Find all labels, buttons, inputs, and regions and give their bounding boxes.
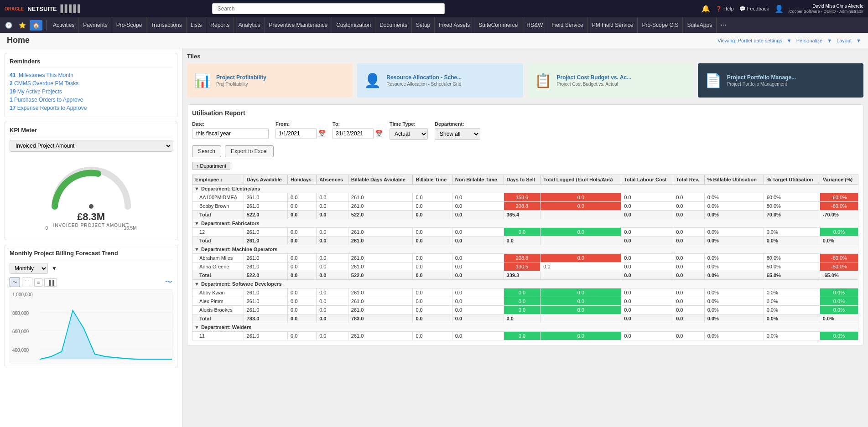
from-date-input[interactable] (275, 128, 317, 139)
reminder-item[interactable]: 41 .Milestones This Month (10, 71, 172, 79)
notifications-icon[interactable]: 🔔 (702, 5, 710, 13)
nav-item-hsw[interactable]: HS&W (522, 17, 547, 33)
layout-link[interactable]: Layout (837, 38, 852, 43)
chart-y-labels: 1,000,000 800,000 600,000 400,000 (10, 290, 40, 362)
help-link[interactable]: ❓ Help (716, 6, 734, 12)
table-cell: 261.0 (348, 332, 413, 340)
table-cell: 261.0 (348, 306, 413, 314)
tile-project-profitability[interactable]: 📊 Project Profitability Proj Profitabili… (187, 63, 353, 98)
chart-svg (40, 290, 172, 362)
netsuite-logo: NETSUITE (27, 5, 57, 12)
tile-project-portfolio[interactable]: 📄 Project Portfolio Manage... Project Po… (698, 63, 863, 98)
nav-item-suiteapps[interactable]: SuiteApps (683, 17, 717, 33)
nav-item-fixed-assets[interactable]: Fixed Assets (435, 17, 474, 33)
portlet-date-settings-link[interactable]: Viewing: Portlet date settings (717, 38, 782, 43)
col-header[interactable]: Days Available (244, 175, 287, 185)
table-cell: 0.0 (541, 306, 621, 314)
date-input[interactable] (192, 128, 269, 139)
tile-subtitle: Resource Allocation - Scheduler Grid (386, 82, 516, 87)
total-cell: 0.0% (704, 271, 764, 280)
reminder-item[interactable]: 17 Expense Reports to Approve (10, 104, 172, 112)
to-date-input[interactable] (333, 128, 374, 139)
col-header[interactable]: Billable Time (413, 175, 452, 185)
user-name: David Misa Chris Akerele (789, 3, 863, 9)
export-button[interactable]: Export to Excel (225, 145, 274, 157)
dept-toggle-icon[interactable]: ▼ (194, 281, 199, 287)
search-bar[interactable] (212, 3, 445, 14)
feedback-link[interactable]: 💬 Feedback (739, 6, 769, 12)
chart-line-btn[interactable]: 〜 (10, 278, 20, 287)
reminder-item[interactable]: 19 My Active Projects (10, 87, 172, 96)
total-cell: 783.0 (244, 314, 287, 323)
col-header[interactable]: Days to Sell (504, 175, 541, 185)
nav-item-payments[interactable]: Payments (79, 17, 112, 33)
chart-bar-btn[interactable]: ▐▐ (44, 278, 57, 287)
nav-item-pro-scope-cis[interactable]: Pro-Scope CIS (638, 17, 683, 33)
nav-item-customization[interactable]: Customization (332, 17, 375, 33)
dept-toggle-icon[interactable]: ▼ (194, 221, 199, 226)
nav-history-icon[interactable]: 🕐 (2, 20, 15, 31)
from-calendar-icon[interactable]: 📅 (318, 130, 326, 137)
personalize-link[interactable]: Personalize (796, 38, 822, 43)
col-header[interactable]: Absences (317, 175, 348, 185)
nav-item-preventive-maintenance[interactable]: Preventive Maintenance (265, 17, 332, 33)
nav-item-setup[interactable]: Setup (412, 17, 435, 33)
col-header[interactable]: Total Labour Cost (621, 175, 673, 185)
nav-item-activities[interactable]: Activities (49, 17, 79, 33)
table-cell: 0.0 (621, 202, 673, 211)
col-header[interactable]: % Billable Utilisation (704, 175, 764, 185)
table-cell: Alexis Brookes (192, 306, 244, 314)
chart-step-btn[interactable]: ⌒ (22, 278, 32, 287)
table-cell: 0.0 (317, 288, 348, 297)
table-row: Anna Greene261.00.00.0261.00.00.0130.50.… (192, 262, 858, 271)
nav-item-pm-field-service[interactable]: PM Field Service (588, 17, 638, 33)
nav-item-pro-scope[interactable]: Pro-Scope (112, 17, 147, 33)
table-cell: 0.0 (452, 288, 504, 297)
action-buttons: Search Export to Excel (192, 145, 858, 157)
kpi-select[interactable]: Invoiced Project Amount (10, 140, 172, 152)
department-select[interactable]: Show all (435, 128, 480, 140)
search-button[interactable]: Search (192, 145, 221, 157)
tile-resource-allocation[interactable]: 👤 Resource Allocation - Sche... Resource… (357, 63, 523, 98)
nav-item-transactions[interactable]: Transactions (146, 17, 186, 33)
search-input[interactable] (212, 3, 445, 14)
col-header[interactable]: Total Rev. (673, 175, 705, 185)
col-header[interactable]: Non Billable Time (452, 175, 504, 185)
table-cell: 0.0 (541, 193, 621, 202)
chart-table-btn[interactable]: ≡ (34, 278, 42, 287)
to-calendar-icon[interactable]: 📅 (375, 130, 383, 137)
col-header[interactable]: Total Logged (Excl Hols/Abs) (541, 175, 621, 185)
reminder-item[interactable]: 1 Purchase Orders to Approve (10, 96, 172, 104)
nav-item-suitecommerce[interactable]: SuiteCommerce (474, 17, 522, 33)
total-cell: 0.0 (673, 237, 705, 245)
dept-toggle-icon[interactable]: ▼ (194, 247, 199, 252)
total-cell: Total (192, 211, 244, 219)
page-title: Home (7, 36, 30, 45)
tile-project-cost-budget[interactable]: 📋 Project Cost Budget vs. Ac... Project … (528, 63, 693, 98)
table-cell: 0.0 (673, 297, 705, 306)
nav-home-icon[interactable]: 🏠 (30, 20, 42, 31)
department-toggle-button[interactable]: ↑ Department (192, 162, 230, 170)
nav-item-reports[interactable]: Reports (206, 17, 234, 33)
nav-more-icon[interactable]: ··· (717, 21, 730, 29)
nav-item-field-service[interactable]: Field Service (547, 17, 587, 33)
dept-toggle-icon[interactable]: ▼ (194, 324, 199, 330)
nav-item-documents[interactable]: Documents (375, 17, 412, 33)
col-header[interactable]: % Target Utilisation (764, 175, 820, 185)
period-select[interactable]: MonthlyWeeklyQuarterly (10, 263, 48, 274)
nav-item-lists[interactable]: Lists (187, 17, 207, 33)
tiles-section-title: Tiles (187, 53, 863, 60)
time-type-select[interactable]: ActualAllocated (390, 128, 428, 140)
col-header[interactable]: Holidays (288, 175, 317, 185)
dept-toggle-icon[interactable]: ▼ (194, 186, 199, 191)
nav-item-analytics[interactable]: Analytics (234, 17, 265, 33)
gauge-max: 16.5M (124, 226, 137, 231)
total-row: Total261.00.00.0261.00.00.00.00.00.00.0%… (192, 237, 858, 245)
col-header[interactable]: Employee ↑ (192, 175, 244, 185)
total-cell: 0.0 (317, 271, 348, 280)
col-header[interactable]: Variance (%) (820, 175, 858, 185)
table-cell: 0.0 (673, 193, 705, 202)
nav-star-icon[interactable]: ⭐ (16, 20, 29, 31)
col-header[interactable]: Billable Days Available (348, 175, 413, 185)
reminder-item[interactable]: 2 CMMS Overdue PM Tasks (10, 79, 172, 87)
